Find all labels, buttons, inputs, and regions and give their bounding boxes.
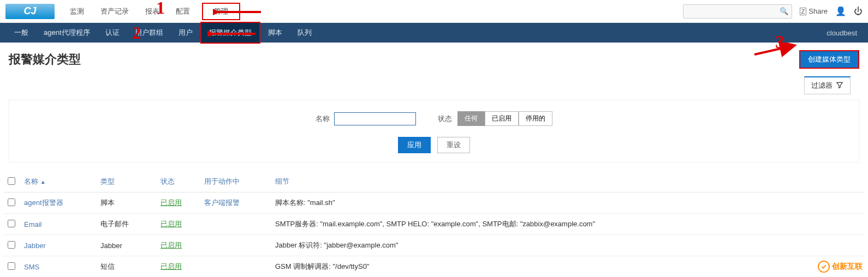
table-row: Email 电子邮件 已启用 SMTP服务器: "mail.example.co… [3, 214, 865, 235]
status-group: 任何 已启用 停用的 [457, 111, 552, 126]
filter-reset-button[interactable]: 重设 [437, 137, 470, 153]
mediatype-type: 脚本 [96, 192, 156, 214]
subnav-queue[interactable]: 队列 [290, 23, 319, 43]
subnav-proxies[interactable]: agent代理程序 [36, 23, 98, 43]
user-icon[interactable]: 👤 [835, 6, 846, 16]
col-name[interactable]: 名称 ▲ [24, 177, 46, 185]
watermark-icon [818, 261, 830, 273]
col-type[interactable]: 类型 [100, 177, 115, 185]
row-checkbox[interactable] [8, 220, 15, 227]
status-enabled[interactable]: 已启用 [485, 111, 519, 126]
mediatype-action-link[interactable]: 客户端报警 [204, 198, 240, 207]
mediatype-action-link [200, 214, 271, 235]
watermark: 创新互联 [818, 261, 863, 273]
create-media-type-button[interactable]: 创建媒体类型 [799, 50, 859, 69]
mediatype-details: Jabber 标识符: "jabber@example.com" [271, 235, 865, 256]
filter-name-label: 名称 [316, 114, 330, 124]
filter-apply-button[interactable]: 应用 [398, 137, 431, 153]
table-row: Jabber Jabber 已启用 Jabber 标识符: "jabber@ex… [3, 235, 865, 256]
table-row: SMS 短信 已启用 GSM 调制解调器: "/dev/ttyS0" [3, 256, 865, 278]
filter-icon [836, 81, 843, 91]
col-usedin: 用于动作中 [200, 171, 271, 192]
top-bar: CJ 监测 资产记录 报表 配置 管理 🔍 Z Share 👤 ⏻ [0, 0, 868, 23]
mediatype-name-link[interactable]: Email [24, 220, 42, 228]
subnav-users[interactable]: 用户 [171, 23, 200, 43]
share-label: Share [808, 7, 828, 15]
mediatype-details: SMTP服务器: "mail.example.com", SMTP HELO: … [271, 214, 865, 235]
mediatype-name-link[interactable]: agent报警器 [24, 198, 63, 207]
mediatype-type: Jabber [96, 235, 156, 256]
svg-point-3 [818, 261, 829, 272]
mediatype-name-link[interactable]: SMS [24, 263, 39, 271]
filter-label: 过滤器 [811, 81, 833, 91]
nav-admin[interactable]: 管理 [202, 3, 240, 20]
mediatype-name-link[interactable]: Jabber [24, 242, 46, 250]
mediatype-action-link [200, 256, 271, 278]
page-header: 报警媒介类型 创建媒体类型 [0, 43, 868, 76]
share-link[interactable]: Z Share [800, 7, 828, 15]
mediatype-details: GSM 调制解调器: "/dev/ttyS0" [271, 256, 865, 278]
sort-indicator: ▲ [40, 179, 46, 185]
media-types-table: 名称 ▲ 类型 状态 用于动作中 细节 agent报警器 脚本 已启用 客户端报… [3, 171, 865, 277]
sub-nav: 一般 agent代理程序 认证 用户群组 用户 报警媒介类型 脚本 队列 clo… [0, 23, 868, 43]
subnav-scripts[interactable]: 脚本 [260, 23, 290, 43]
watermark-text: 创新互联 [832, 262, 863, 272]
share-prefix: Z [800, 8, 807, 15]
select-all-checkbox[interactable] [8, 177, 15, 185]
filter-panel: 名称 状态 任何 已启用 停用的 应用 重设 [9, 100, 859, 162]
mediatype-details: 脚本名称: "mail.sh" [271, 192, 865, 214]
col-status: 状态 [156, 171, 200, 192]
subnav-auth[interactable]: 认证 [98, 23, 127, 43]
page-title: 报警媒介类型 [9, 51, 81, 68]
row-checkbox[interactable] [8, 241, 15, 249]
subnav-mediatypes[interactable]: 报警媒介类型 [200, 22, 260, 44]
current-user: cloudbest [827, 29, 861, 37]
col-details: 细节 [271, 171, 865, 192]
nav-inventory[interactable]: 资产记录 [96, 4, 133, 19]
filter-name-input[interactable] [334, 112, 416, 125]
global-search[interactable]: 🔍 [683, 4, 792, 19]
mediatype-type: 电子邮件 [96, 214, 156, 235]
top-nav: 监测 资产记录 报表 配置 管理 [66, 3, 240, 20]
table-row: agent报警器 脚本 已启用 客户端报警 脚本名称: "mail.sh" [3, 192, 865, 214]
mediatype-status-link[interactable]: 已启用 [160, 220, 182, 228]
search-icon: 🔍 [780, 7, 788, 15]
mediatype-status-link[interactable]: 已启用 [160, 262, 182, 270]
filter-toggle[interactable]: 过滤器 [804, 76, 851, 94]
mediatype-type: 短信 [96, 256, 156, 278]
row-checkbox[interactable] [8, 198, 15, 206]
subnav-general[interactable]: 一般 [7, 23, 36, 43]
filter-status-label: 状态 [438, 114, 452, 124]
power-icon[interactable]: ⏻ [854, 7, 863, 16]
nav-reports[interactable]: 报表 [141, 4, 164, 19]
mediatype-status-link[interactable]: 已启用 [160, 198, 182, 207]
status-disabled[interactable]: 停用的 [519, 111, 552, 126]
nav-monitor[interactable]: 监测 [66, 4, 88, 19]
subnav-usergroups[interactable]: 用户群组 [127, 23, 171, 43]
nav-config[interactable]: 配置 [171, 4, 194, 19]
mediatype-status-link[interactable]: 已启用 [160, 241, 182, 249]
mediatype-action-link [200, 235, 271, 256]
logo: CJ [5, 4, 55, 19]
status-any[interactable]: 任何 [457, 111, 485, 126]
row-checkbox[interactable] [8, 262, 15, 270]
